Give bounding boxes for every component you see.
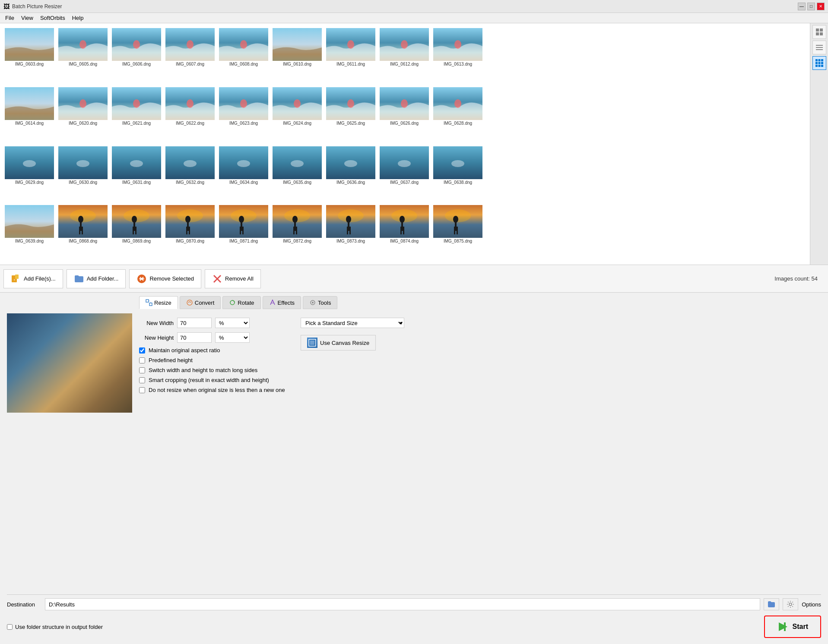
svg-point-44	[291, 160, 304, 167]
thumbnail-label: IMG_0623.dng	[229, 121, 258, 126]
list-item[interactable]: IMG_0621.dng	[111, 86, 162, 143]
list-item[interactable]: IMG_0631.dng	[111, 145, 162, 202]
remove-selected-button[interactable]: Remove Selected	[129, 269, 201, 288]
list-item[interactable]: IMG_0624.dng	[271, 86, 323, 143]
list-item[interactable]: IMG_0605.dng	[57, 27, 109, 84]
canvas-resize-label: Use Canvas Resize	[320, 340, 369, 346]
list-item[interactable]: IMG_0634.dng	[218, 145, 270, 202]
predefined-height-checkbox[interactable]	[139, 357, 145, 363]
no-resize-small-checkbox[interactable]	[139, 387, 145, 393]
thumbnail-label: IMG_0870.dng	[176, 239, 204, 243]
thumbnail-label: IMG_0605.dng	[69, 62, 97, 66]
menu-softorbits[interactable]: SoftOrbits	[37, 14, 69, 22]
close-button[interactable]: ✕	[817, 3, 825, 10]
list-item[interactable]: IMG_0606.dng	[111, 27, 162, 84]
list-item[interactable]: IMG_0875.dng	[432, 204, 484, 261]
standard-size-select[interactable]: Pick a Standard Size	[301, 318, 404, 328]
svg-rect-68	[186, 227, 187, 234]
svg-point-55	[78, 216, 83, 223]
svg-rect-86	[347, 227, 348, 234]
thumbnail-label: IMG_0868.dng	[69, 239, 97, 243]
list-item[interactable]: IMG_0639.dng	[3, 204, 55, 261]
thumbnail-label: IMG_0620.dng	[69, 121, 97, 126]
list-item[interactable]: IMG_0622.dng	[164, 86, 216, 143]
use-canvas-resize-button[interactable]: Use Canvas Resize	[301, 335, 376, 350]
svg-point-48	[398, 160, 411, 167]
destination-browse-button[interactable]	[764, 598, 779, 610]
folder-structure-checkbox[interactable]	[7, 624, 13, 630]
list-item[interactable]: IMG_0873.dng	[325, 204, 377, 261]
list-item[interactable]: IMG_0629.dng	[3, 145, 55, 202]
start-button[interactable]: Start	[764, 616, 821, 638]
list-item[interactable]: IMG_0871.dng	[218, 204, 270, 261]
list-item[interactable]: IMG_0868.dng	[57, 204, 109, 261]
list-item[interactable]: IMG_0870.dng	[164, 204, 216, 261]
list-item[interactable]: IMG_0872.dng	[271, 204, 323, 261]
height-unit-select[interactable]: %pxcmin	[215, 332, 250, 343]
list-item[interactable]: IMG_0635.dng	[271, 145, 323, 202]
tab-effects[interactable]: Effects	[263, 296, 301, 309]
list-item[interactable]: IMG_0611.dng	[325, 27, 377, 84]
thumbnail-label: IMG_0629.dng	[15, 180, 44, 185]
view-list-button[interactable]	[812, 41, 826, 54]
destination-input[interactable]	[45, 598, 760, 610]
list-item[interactable]: IMG_0610.dng	[271, 27, 323, 84]
menu-bar: File View SoftOrbits Help	[0, 13, 828, 23]
list-item[interactable]: IMG_0626.dng	[378, 86, 430, 143]
list-item[interactable]: IMG_0637.dng	[378, 145, 430, 202]
view-large-icon-button[interactable]	[812, 25, 826, 39]
menu-help[interactable]: Help	[69, 14, 87, 22]
svg-rect-111	[818, 62, 820, 64]
destination-gear-button[interactable]	[783, 598, 798, 610]
list-item[interactable]: IMG_0869.dng	[111, 204, 162, 261]
svg-rect-69	[189, 227, 190, 234]
height-input[interactable]	[177, 332, 212, 343]
remove-all-button[interactable]: Remove All	[205, 269, 261, 288]
image-grid[interactable]: IMG_0603.dng IMG_0605.dng	[0, 23, 810, 265]
tab-tools[interactable]: Tools	[303, 296, 337, 309]
svg-point-40	[184, 160, 197, 167]
list-item[interactable]: IMG_0620.dng	[57, 86, 109, 143]
tab-resize[interactable]: Resize	[139, 296, 178, 309]
switch-dimensions-checkbox[interactable]	[139, 367, 145, 373]
list-item[interactable]: IMG_0874.dng	[378, 204, 430, 261]
menu-file[interactable]: File	[2, 14, 18, 22]
add-files-button[interactable]: + Add File(s)...	[3, 269, 63, 288]
list-item[interactable]: IMG_0638.dng	[432, 145, 484, 202]
thumbnail-image	[112, 146, 161, 179]
add-folder-button[interactable]: Add Folder...	[67, 269, 126, 288]
list-item[interactable]: IMG_0625.dng	[325, 86, 377, 143]
svg-rect-75	[242, 227, 244, 234]
thumbnail-image	[326, 28, 375, 61]
list-item[interactable]: IMG_0607.dng	[164, 27, 216, 84]
preview-image	[7, 313, 132, 413]
list-item[interactable]: IMG_0612.dng	[378, 27, 430, 84]
thumbnail-image	[58, 146, 108, 179]
maintain-aspect-checkbox[interactable]	[139, 347, 145, 354]
thumbnail-label: IMG_0632.dng	[176, 180, 204, 185]
smart-crop-checkbox[interactable]	[139, 377, 145, 383]
width-input[interactable]	[177, 318, 212, 328]
list-item[interactable]: IMG_0636.dng	[325, 145, 377, 202]
list-item[interactable]: IMG_0630.dng	[57, 145, 109, 202]
list-item[interactable]: IMG_0608.dng	[218, 27, 270, 84]
maximize-button[interactable]: □	[807, 3, 815, 10]
destination-bar: Destination Options	[7, 594, 821, 613]
list-item[interactable]: IMG_0613.dng	[432, 27, 484, 84]
list-item[interactable]: IMG_0623.dng	[218, 86, 270, 143]
list-item[interactable]: IMG_0628.dng	[432, 86, 484, 143]
tab-rotate[interactable]: Rotate	[222, 296, 260, 309]
list-item[interactable]: IMG_0603.dng	[3, 27, 55, 84]
minimize-button[interactable]: —	[798, 3, 806, 10]
remove-selected-icon	[136, 274, 147, 284]
width-unit-select[interactable]: %pxcmin	[215, 318, 250, 328]
list-item[interactable]: IMG_0632.dng	[164, 145, 216, 202]
thumbnail-label: IMG_0636.dng	[336, 180, 365, 185]
view-grid-button[interactable]	[812, 56, 826, 70]
thumbnail-image	[433, 87, 482, 120]
svg-rect-93	[403, 227, 404, 234]
tools-tab-icon	[309, 299, 316, 306]
menu-view[interactable]: View	[18, 14, 37, 22]
tab-convert[interactable]: Convert	[180, 296, 221, 309]
list-item[interactable]: IMG_0614.dng	[3, 86, 55, 143]
